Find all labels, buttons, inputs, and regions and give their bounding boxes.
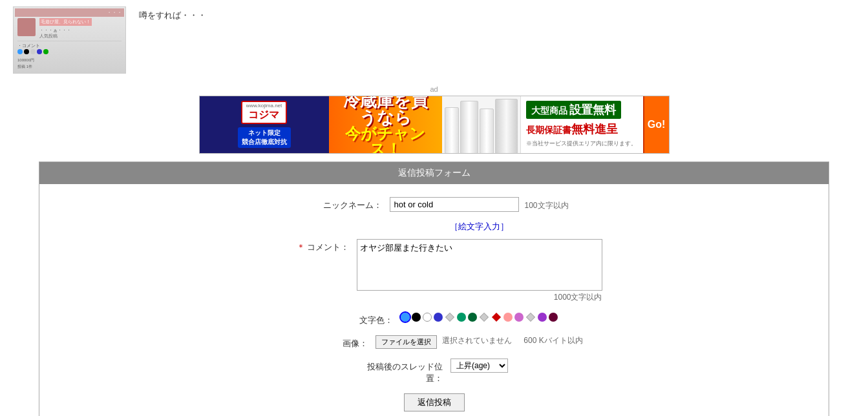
ad-banner[interactable]: www.kojima.net コジマ ネット限定競合店徹底対抗 冷蔵庫を買うなら… xyxy=(199,96,670,154)
ad-net-badge: ネット限定競合店徹底対抗 xyxy=(238,127,291,148)
ad-main-text: 冷蔵庫を買うなら xyxy=(335,96,436,126)
color-black[interactable] xyxy=(412,313,421,322)
post-position-select[interactable]: 上昇(age) 維持(sage) xyxy=(450,359,508,373)
submit-row: 返信投稿 xyxy=(59,393,809,411)
emoji-content: ［絵文字入力］ xyxy=(450,221,509,233)
submit-button[interactable]: 返信投稿 xyxy=(404,393,465,411)
ad-sub-text: 今がチャンス！ xyxy=(335,126,436,154)
emoji-link[interactable]: ［絵文字入力］ xyxy=(450,221,509,233)
thumbnail-area: ・・・ 毛遊び屋、見られない！ ・・・ぁ・・・人気投稿 ・コメント xyxy=(13,6,855,74)
color-white[interactable] xyxy=(423,313,432,322)
comment-row: ＊コメント： オヤジ部屋また行きたい 1000文字以内 xyxy=(59,239,809,303)
ad-logo-name: コジマ xyxy=(246,109,282,122)
thumbnail-image xyxy=(17,18,36,36)
file-select-button[interactable]: ファイルを選択 xyxy=(376,335,437,349)
image-row: 画像： ファイルを選択 選択されていません 600 Kバイト以内 xyxy=(59,335,809,349)
color-diamond-lightpurple[interactable] xyxy=(525,312,536,322)
ad-right-text1: 大型商品 設置無料 xyxy=(526,101,622,119)
ad-go-button[interactable]: Go! xyxy=(643,96,669,154)
nickname-row: ニックネーム： 100文字以内 xyxy=(59,197,809,212)
thumbnail-text: 毛遊び屋、見られない！ ・・・ぁ・・・人気投稿 xyxy=(39,18,92,39)
file-none-text: 選択されていません xyxy=(442,335,512,346)
emoji-row: ［絵文字入力］ xyxy=(59,221,809,233)
image-content: ファイルを選択 選択されていません 600 Kバイト以内 xyxy=(376,335,582,349)
color-purple[interactable] xyxy=(538,313,547,322)
thumbnail-box: ・・・ 毛遊び屋、見られない！ ・・・ぁ・・・人気投稿 ・コメント xyxy=(13,6,126,74)
nickname-char-limit: 100文字以内 xyxy=(524,197,568,211)
color-dark-green[interactable] xyxy=(468,313,477,322)
image-label: 画像： xyxy=(285,335,376,349)
color-green[interactable] xyxy=(457,313,466,322)
color-blue[interactable] xyxy=(401,313,410,322)
comment-label: ＊コメント： xyxy=(266,239,357,253)
post-position-label: 投稿後のスレッド位置： xyxy=(360,359,450,384)
ad-right-small: ※当社サービス提供エリア内に限ります。 xyxy=(526,140,637,148)
color-diamond-red[interactable] xyxy=(491,312,502,322)
thumbnail-header: ・・・ xyxy=(15,8,124,17)
color-label: 文字色： xyxy=(310,312,401,326)
thumbnail-body: 毛遊び屋、見られない！ ・・・ぁ・・・人気投稿 ・コメント xyxy=(15,17,124,72)
required-star: ＊ xyxy=(297,242,305,252)
comment-char-limit: 1000文字以内 xyxy=(357,292,602,303)
color-diamond-lightgray[interactable] xyxy=(479,312,489,322)
color-content xyxy=(401,312,558,322)
fridge-4 xyxy=(495,99,518,154)
color-diamond-gray[interactable] xyxy=(445,312,455,322)
form-body: ニックネーム： 100文字以内 ［絵文字入力］ ＊コメント： オヤジ部屋また行き… xyxy=(39,184,829,416)
color-row: 文字色： xyxy=(59,312,809,326)
form-section: 返信投稿フォーム ニックネーム： 100文字以内 ［絵文字入力］ ＊コメント： … xyxy=(39,161,829,416)
file-size-limit: 600 Kバイト以内 xyxy=(524,335,582,346)
emoji-label-spacer xyxy=(359,221,450,224)
ad-site-url: www.kojima.net xyxy=(246,103,282,109)
nickname-input[interactable] xyxy=(390,197,519,212)
color-pink[interactable] xyxy=(503,313,513,322)
nickname-label: ニックネーム： xyxy=(299,197,390,211)
post-position-content: 上昇(age) 維持(sage) xyxy=(450,359,508,373)
color-navy[interactable] xyxy=(434,313,443,322)
fridge-3 xyxy=(480,109,494,154)
form-header: 返信投稿フォーム xyxy=(39,162,829,184)
color-dark-red[interactable] xyxy=(549,313,558,322)
comment-column: オヤジ部屋また行きたい 1000文字以内 xyxy=(357,239,602,303)
fridge-1 xyxy=(445,107,459,154)
color-purple-light[interactable] xyxy=(514,313,524,322)
ad-right-text2: 長期保証書無料進呈 xyxy=(526,121,618,137)
rumor-text: 噂をすれば・・・ xyxy=(139,6,206,21)
ad-label: ad xyxy=(0,85,868,93)
fridge-2 xyxy=(460,101,478,154)
post-position-row: 投稿後のスレッド位置： 上昇(age) 維持(sage) xyxy=(59,359,809,384)
ad-section: ad www.kojima.net コジマ ネット限定競合店徹底対抗 冷蔵庫を買… xyxy=(0,80,868,161)
nickname-content: 100文字以内 xyxy=(390,197,568,212)
comment-textarea[interactable]: オヤジ部屋また行きたい xyxy=(357,239,602,291)
top-section: ・・・ 毛遊び屋、見られない！ ・・・ぁ・・・人気投稿 ・コメント xyxy=(0,0,868,80)
